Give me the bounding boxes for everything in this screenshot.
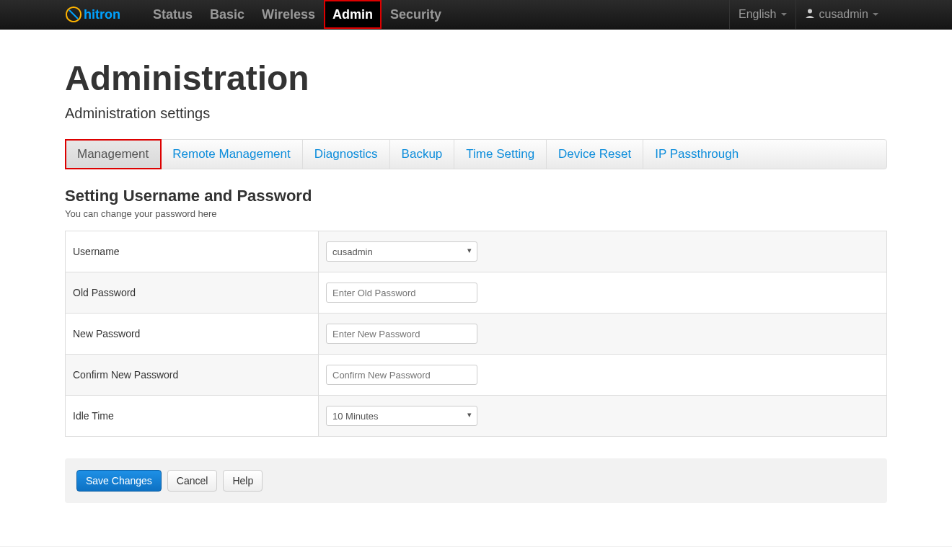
section-title: Setting Username and Password <box>65 187 887 205</box>
nav-security[interactable]: Security <box>382 0 450 29</box>
tab-management[interactable]: Management <box>66 140 161 169</box>
label-username: Username <box>66 231 319 272</box>
tab-device-reset[interactable]: Device Reset <box>547 140 643 169</box>
svg-text:hitron: hitron <box>84 7 120 22</box>
page-subtitle: Administration settings <box>65 105 887 122</box>
top-navbar: hitron Status Basic Wireless Admin Secur… <box>0 0 952 30</box>
brand-logo[interactable]: hitron <box>65 0 144 29</box>
chevron-down-icon <box>873 13 878 16</box>
old-password-input[interactable] <box>326 283 477 303</box>
label-old-password: Old Password <box>66 272 319 314</box>
nav-status[interactable]: Status <box>144 0 201 29</box>
cancel-button[interactable]: Cancel <box>167 470 218 492</box>
label-idle-time: Idle Time <box>66 396 319 437</box>
svg-point-1 <box>808 9 812 14</box>
tab-diagnostics[interactable]: Diagnostics <box>303 140 390 169</box>
tab-remote-management[interactable]: Remote Management <box>161 140 302 169</box>
row-new-password: New Password <box>66 314 887 355</box>
page-title: Administration <box>65 58 887 98</box>
label-new-password: New Password <box>66 314 319 355</box>
tab-time-setting[interactable]: Time Setting <box>454 140 547 169</box>
label-confirm-password: Confirm New Password <box>66 355 319 396</box>
save-button[interactable]: Save Changes <box>76 470 162 492</box>
nav-admin[interactable]: Admin <box>324 0 382 29</box>
row-username: Username cusadmin <box>66 231 887 272</box>
footer: © 2020 Hitron Technologies Inc.. All rig… <box>0 546 952 560</box>
help-button[interactable]: Help <box>223 470 263 492</box>
action-bar: Save Changes Cancel Help <box>65 458 887 503</box>
password-form: Username cusadmin Old Password New Passw… <box>65 231 887 437</box>
user-menu[interactable]: cusadmin <box>795 0 887 29</box>
tab-ip-passthrough[interactable]: IP Passthrough <box>643 140 750 169</box>
new-password-input[interactable] <box>326 324 477 344</box>
tab-backup[interactable]: Backup <box>390 140 455 169</box>
row-old-password: Old Password <box>66 272 887 314</box>
row-idle-time: Idle Time 10 Minutes <box>66 396 887 437</box>
username-select[interactable]: cusadmin <box>326 241 477 262</box>
admin-tabs: Management Remote Management Diagnostics… <box>65 139 887 169</box>
idle-time-select[interactable]: 10 Minutes <box>326 406 477 426</box>
language-selector[interactable]: English <box>729 0 795 29</box>
section-desc: You can change your password here <box>65 208 887 219</box>
nav-basic[interactable]: Basic <box>201 0 253 29</box>
nav-wireless[interactable]: Wireless <box>253 0 324 29</box>
hitron-logo-icon: hitron <box>65 6 130 23</box>
row-confirm-password: Confirm New Password <box>66 355 887 396</box>
user-icon <box>805 8 815 21</box>
confirm-password-input[interactable] <box>326 365 477 385</box>
chevron-down-icon <box>781 13 787 16</box>
